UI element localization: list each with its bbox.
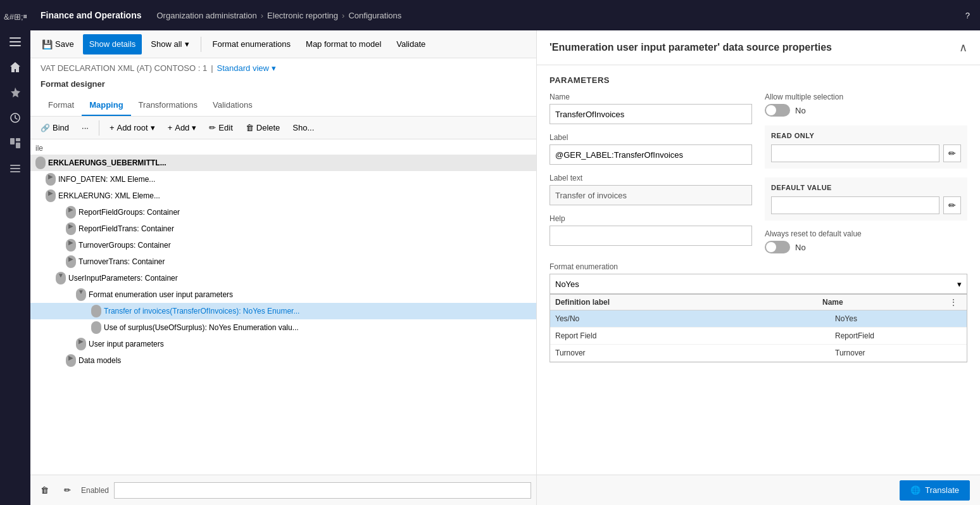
tree-item-format-enum[interactable]: ▼ Format enumeration user input paramete… [30, 286, 536, 303]
tab-transformations[interactable]: Transformations [131, 95, 205, 116]
label-group: Label [550, 133, 752, 165]
collapse-icon[interactable]: ∧ [959, 41, 967, 54]
col-name-header: Name [822, 298, 949, 307]
translate-button[interactable]: 🌐 Translate [900, 480, 970, 501]
help-icon[interactable]: ? [965, 11, 970, 20]
tree-item-transfer-invoices[interactable]: Transfer of invoices(TransferOfInvoices)… [30, 303, 536, 319]
chevron-down-icon: ▾ [272, 63, 276, 73]
save-icon: 💾 [42, 39, 53, 49]
recent-icon[interactable] [4, 106, 27, 129]
default-value-edit-button[interactable]: ✏ [943, 196, 961, 214]
breadcrumb-sep: | [211, 63, 213, 73]
chevron-down-icon-3: ▾ [192, 123, 196, 132]
bottom-bar: 🗑 ✏ Enabled [30, 475, 536, 505]
format-enum-dropdown-btn[interactable]: NoYes ▾ [550, 274, 967, 294]
link-icon: 🔗 [41, 124, 50, 132]
delete-button[interactable]: 🗑 Delete [241, 119, 286, 137]
breadcrumb-sep-2: › [342, 11, 344, 20]
allow-multiple-label: Allow multiple selection [765, 93, 967, 101]
help-input[interactable] [550, 226, 752, 246]
enabled-label: Enabled [81, 486, 109, 495]
pencil-icon: ✏ [209, 123, 216, 132]
format-enum-group: Format enumeration NoYes ▾ Definition la… [550, 262, 967, 362]
home-icon[interactable] [4, 56, 27, 79]
breadcrumb-sep-1: › [261, 11, 263, 20]
tree-item-info-daten[interactable]: ▶ INFO_DATEN: XML Eleme... [30, 171, 536, 188]
expand-icon: ▼ [76, 288, 86, 301]
show-button[interactable]: Sho... [287, 119, 319, 137]
default-value-input[interactable] [771, 196, 939, 214]
breadcrumb-org[interactable]: Organization administration [156, 11, 256, 20]
breadcrumb-config[interactable]: Configurations [348, 11, 401, 20]
dropdown-row-reportfield[interactable]: Report Field ReportField [550, 328, 967, 345]
list-icon[interactable] [4, 157, 27, 180]
app-container: Finance and Operations Organization admi… [30, 0, 980, 505]
expand-icon [91, 305, 101, 317]
translate-icon: 🌐 [910, 485, 920, 495]
name-input[interactable] [550, 104, 752, 124]
read-only-label: READ ONLY [771, 132, 961, 139]
bind-button[interactable]: 🔗 Bind [35, 119, 74, 137]
tab-bar: Format Mapping Transformations Validatio… [30, 95, 536, 117]
always-reset-toggle[interactable] [765, 241, 790, 253]
format-enum-dropdown-wrapper: NoYes ▾ Definition label Name ⋮ [550, 274, 967, 362]
tree-item-reportfieldtrans[interactable]: ▶ ReportFieldTrans: Container [30, 221, 536, 237]
label-text-input[interactable] [550, 185, 752, 205]
read-only-edit-button[interactable]: ✏ [943, 144, 961, 162]
format-enumerations-button[interactable]: Format enumerations [206, 34, 298, 54]
grid-icon[interactable]: &#⊞; [4, 5, 27, 28]
workspace-icon[interactable] [4, 132, 27, 155]
tree-item-use-surplus[interactable]: Use of surplus(UseOfSurplus): NoYes Enum… [30, 319, 536, 336]
tree-item-turnovertrans[interactable]: ▶ TurnoverTrans: Container [30, 253, 536, 270]
map-format-to-model-button[interactable]: Map format to model [299, 34, 387, 54]
always-reset-label: Always reset to default value [765, 229, 967, 238]
validate-button[interactable]: Validate [390, 34, 432, 54]
allow-multiple-toggle[interactable] [765, 104, 790, 117]
more-icon[interactable]: ⋮ [949, 297, 962, 307]
read-only-input-row: ✏ [771, 144, 961, 162]
tree-item-erklaerungs[interactable]: ERKLAERUNGS_UEBERMITTL... [30, 155, 536, 171]
label-label: Label [550, 133, 752, 142]
tree-item-data-models[interactable]: ▶ Data models [30, 352, 536, 369]
bottom-edit-button[interactable]: ✏ [59, 482, 76, 499]
svg-rect-2 [23, 16, 25, 18]
bind-more-button[interactable]: ··· [77, 119, 94, 137]
format-enum-label: Format enumeration [550, 262, 967, 271]
breadcrumb-er[interactable]: Electronic reporting [267, 11, 338, 20]
chevron-down-icon-2: ▾ [151, 123, 155, 132]
view-selector[interactable]: Standard view ▾ [217, 63, 276, 73]
bottom-delete-button[interactable]: 🗑 [35, 482, 54, 499]
tab-mapping[interactable]: Mapping [82, 95, 130, 116]
tab-validations[interactable]: Validations [205, 95, 260, 116]
edit-button[interactable]: ✏ Edit [204, 119, 237, 137]
show-all-button[interactable]: Show all ▾ [144, 34, 195, 54]
dropdown-row-yesno[interactable]: Yes/No NoYes [550, 310, 967, 328]
svg-rect-5 [9, 41, 21, 42]
always-reset-toggle-row: No [765, 241, 967, 253]
add-button[interactable]: + Add ▾ [163, 119, 202, 137]
trash-icon: 🗑 [246, 123, 254, 132]
expand-icon: ▶ [46, 173, 56, 186]
breadcrumb: Organization administration › Electronic… [156, 11, 401, 20]
toggle-knob [766, 105, 776, 115]
svg-rect-9 [16, 138, 20, 141]
dropdown-row-turnover[interactable]: Turnover Turnover [550, 345, 967, 362]
read-only-input[interactable] [771, 144, 939, 162]
label-input[interactable] [550, 144, 752, 165]
hamburger-icon[interactable] [4, 30, 27, 53]
svg-rect-4 [9, 37, 21, 39]
expand-icon: ▶ [66, 239, 76, 252]
panel-header: 'Enumeration user input parameter' data … [537, 30, 980, 65]
save-button[interactable]: 💾 Save [35, 34, 80, 54]
tree-item-turnovergroups[interactable]: ▶ TurnoverGroups: Container [30, 237, 536, 253]
tree-item-userinputparams[interactable]: ▼ UserInputParameters: Container [30, 270, 536, 286]
tree-item-user-input-params-2[interactable]: ▶ User input parameters [30, 336, 536, 352]
tab-format[interactable]: Format [41, 95, 82, 116]
enabled-input[interactable] [114, 482, 531, 499]
tree-item-erklaerung[interactable]: ▶ ERKLAERUNG: XML Eleme... [30, 188, 536, 204]
main-toolbar: 💾 Save Show details Show all ▾ Format en… [30, 30, 536, 58]
tree-item-reportfieldgroups[interactable]: ▶ ReportFieldGroups: Container [30, 204, 536, 221]
favorites-icon[interactable] [4, 81, 27, 104]
show-details-button[interactable]: Show details [83, 34, 142, 54]
add-root-button[interactable]: + Add root ▾ [104, 119, 160, 137]
